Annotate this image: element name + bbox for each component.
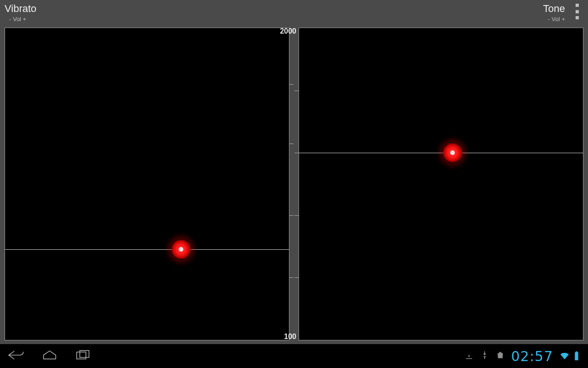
header-right-group: Tone - Vol + [543,3,565,23]
svg-rect-0 [77,352,86,359]
vibrato-title: Vibrato [5,3,36,15]
back-button[interactable] [6,349,25,363]
tone-touchpad[interactable]: 2000 100 [299,28,583,340]
tick-mark [289,277,294,278]
download-icon [464,351,474,362]
wifi-battery-group [560,351,582,361]
pad-area: 2000 100 [0,28,588,344]
tick-mark [289,144,294,144]
nav-buttons-group [6,349,93,363]
vibrato-pad-column [5,28,289,340]
tone-volume-label: - Vol + [543,16,565,23]
usb-icon [480,351,489,362]
recents-button[interactable] [74,349,93,363]
vibrato-ticks [289,28,294,340]
menu-dot-icon [576,16,579,19]
android-navbar: 02:57 [0,344,588,368]
menu-dot-icon [576,4,579,7]
tick-mark [289,215,294,216]
tick-mark [294,91,299,91]
status-clock: 02:57 [511,348,553,364]
battery-icon [571,351,582,361]
menu-dot-icon [576,10,579,13]
wifi-icon [560,351,570,361]
tick-mark [294,153,299,153]
tone-axis-max: 2000 [280,27,296,35]
status-area[interactable]: 02:57 [464,348,582,364]
tick-mark [294,215,299,216]
home-button[interactable] [40,349,59,363]
home-icon [40,349,59,362]
vibrato-touchpad[interactable] [5,28,289,340]
recents-icon [74,349,93,362]
app-header: Vibrato - Vol + Tone - Vol + [0,0,588,28]
tone-title: Tone [543,3,565,15]
svg-rect-1 [80,351,89,357]
tone-axis-min: 100 [284,333,296,341]
vibrato-volume-label: - Vol + [5,16,36,23]
tone-pad-column: 2000 100 [299,28,583,340]
vibrato-value-line [5,249,289,250]
tone-value-line [299,153,583,153]
header-left-group: Vibrato - Vol + [5,3,36,23]
shop-icon [496,351,505,362]
tick-mark [294,277,299,278]
overflow-menu-button[interactable] [572,4,582,19]
tone-ticks [294,28,299,340]
tick-mark [289,84,294,85]
svg-rect-2 [575,352,578,360]
svg-rect-3 [576,351,577,353]
back-icon [6,349,25,362]
